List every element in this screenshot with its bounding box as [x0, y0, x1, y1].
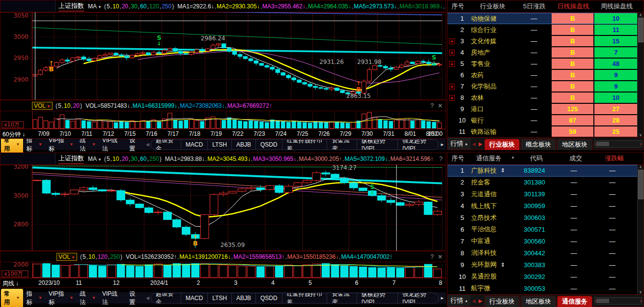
stock-row-立昂技术[interactable]: 5立昂技术300603——: [448, 212, 638, 224]
indicator-强龙起势[VIP][interactable]: 强龙起势[VIP]: [398, 293, 438, 303]
industry-row-综合行业[interactable]: 2综合行业—B11: [448, 24, 638, 35]
scroll-up-icon[interactable]: ∧: [638, 13, 643, 17]
stock-row-中富通[interactable]: 7中富通300560——: [448, 235, 638, 247]
industry-row-文化传媒[interactable]: +3文化传媒—B15: [448, 35, 638, 47]
period-selector[interactable]: 60分钟↓: [2, 130, 25, 139]
column-header[interactable]: 通信服务: [468, 154, 509, 163]
industry-row-动物保健[interactable]: 1动物保健—B10: [448, 13, 638, 24]
industry-row-化学制品[interactable]: +7化学制品—B9: [448, 81, 638, 92]
indicator-超级资金[interactable]: 超级资金: [151, 293, 181, 303]
stock-row-航宇微[interactable]: 11航宇微300053——: [448, 282, 638, 294]
vertical-scrollbar[interactable]: ∧ ∨: [637, 165, 644, 294]
horizontal-scrollbar[interactable]: ‹›: [594, 297, 642, 305]
ma-dropdown[interactable]: MA▼: [88, 3, 102, 10]
column-header[interactable]: 行业板块: [468, 2, 517, 11]
help-icon[interactable]: ?: [430, 253, 434, 260]
indicator-LTSH[interactable]: LTSH: [208, 140, 232, 150]
quote-menu-button[interactable]: 行情▴: [448, 138, 471, 150]
menu-VIP战法[interactable]: VIP战法: [99, 289, 125, 307]
tab-行业板块[interactable]: 行业板块: [484, 139, 520, 150]
indicator-MACD[interactable]: MACD: [181, 140, 208, 150]
toolbar-scroll-left-icon[interactable]: ◃: [145, 141, 151, 148]
industry-row-农林[interactable]: +8农林—B10: [448, 92, 638, 103]
column-header[interactable]: 日线操盘线: [552, 2, 595, 11]
scroll-down-icon[interactable]: ∨: [638, 290, 643, 294]
indicator-ABJB[interactable]: ABJB: [232, 140, 256, 150]
ma-dropdown[interactable]: MA▼: [88, 155, 102, 162]
industry-row-港口[interactable]: 9港口—12527: [448, 103, 638, 115]
column-header[interactable]: 涨跌幅: [595, 154, 634, 163]
stock-row-吴通控股[interactable]: 10吴通控股300292——: [448, 271, 638, 282]
stock-row-元道通信[interactable]: 3元道通信301139——: [448, 188, 638, 200]
indicator-纵横趋势[VIP][interactable]: 纵横趋势[VIP]: [357, 140, 398, 150]
vertical-scrollbar[interactable]: ∧ ∨: [637, 13, 644, 137]
help-icon[interactable]: ?: [439, 155, 443, 162]
settings-button[interactable]: 设置: [125, 290, 144, 307]
menu-指标[interactable]: 指标▼: [24, 289, 46, 307]
tab-行业板块[interactable]: 行业板块: [484, 296, 520, 307]
indicator-QSDD[interactable]: QSDD: [256, 293, 282, 303]
plus-icon[interactable]: +: [449, 84, 455, 90]
indicator-ABJB[interactable]: ABJB: [232, 293, 256, 303]
indicator-QSDD[interactable]: QSDD: [256, 140, 282, 150]
tab-scroll-right-icon[interactable]: ▶: [477, 141, 484, 147]
symbol-label[interactable]: 上证指数: [58, 1, 84, 11]
vol-dropdown[interactable]: VOL▼: [56, 253, 77, 261]
column-header[interactable]: 序号: [448, 154, 468, 163]
stock-row-润泽科技[interactable]: 8润泽科技300442——: [448, 247, 638, 259]
tab-地区板块[interactable]: 地区板块: [557, 139, 592, 150]
tab-scroll-left-icon[interactable]: ◀: [471, 298, 477, 304]
toolbar-scroll-right-icon[interactable]: ▸: [439, 141, 445, 148]
stock-row-光环新网[interactable]: 9光环新网⇕300383——: [448, 259, 638, 271]
scroll-down-icon[interactable]: ∨: [638, 133, 643, 137]
scrollbar-thumb[interactable]: [638, 18, 644, 42]
stock-row-广脉科技[interactable]: 1广脉科技⇕838924——: [448, 165, 638, 177]
column-header[interactable]: 代码: [516, 154, 557, 163]
stock-row-平治信息[interactable]: 6平治信息300571——: [448, 224, 638, 236]
column-header[interactable]: *: [509, 155, 516, 162]
indicator-资金流变[interactable]: 资金流变: [327, 293, 357, 303]
plus-icon[interactable]: +: [449, 38, 455, 44]
toolbar-scroll-left-icon[interactable]: ◃: [145, 295, 151, 301]
industry-row-房地产[interactable]: +4房地产—B7: [448, 47, 638, 58]
indicator-纵横趋势[VIP][interactable]: 纵横趋势[VIP]: [357, 293, 398, 303]
plus-icon[interactable]: +: [449, 61, 455, 67]
column-header[interactable]: 5日涨跌: [517, 2, 552, 11]
stock-row-线上线下[interactable]: 4线上线下300959——: [448, 200, 638, 212]
period-selector[interactable]: 周线↓: [2, 279, 19, 288]
toolbar-scroll-right-icon[interactable]: ▸: [439, 295, 445, 301]
industry-row-铁路运输[interactable]: 11铁路运输—5925: [448, 126, 638, 137]
vol-dropdown[interactable]: VOL▼: [32, 102, 53, 110]
stock-row-挖金客[interactable]: 2挖金客301380——: [448, 177, 638, 188]
symbol-label[interactable]: 上证指数: [58, 154, 84, 164]
close-icon[interactable]: ✕: [438, 253, 443, 260]
tab-通信服务[interactable]: 通信服务: [557, 296, 592, 307]
menu-VIP指标[interactable]: VIP指标▼: [46, 289, 77, 307]
indicator-红蓝持股持币差[interactable]: 红蓝持股持币差: [282, 140, 328, 150]
column-header[interactable]: 成交: [557, 154, 595, 163]
indicator-MACD[interactable]: MACD: [181, 293, 208, 303]
indicator-资金流变[interactable]: 资金流变: [327, 140, 357, 150]
tab-scroll-left-icon[interactable]: ◀: [471, 141, 477, 147]
tab-地区板块[interactable]: 地区板块: [521, 296, 556, 307]
quote-menu-button[interactable]: 行情▴: [448, 295, 471, 307]
tab-scroll-right-icon[interactable]: ▶: [477, 298, 484, 304]
tab-概念板块[interactable]: 概念板块: [521, 139, 556, 150]
indicator-强龙起势[VIP][interactable]: 强龙起势[VIP]: [398, 140, 438, 150]
plus-icon[interactable]: +: [449, 50, 455, 56]
menu-常用[interactable]: 常用▼: [1, 289, 23, 307]
industry-row-农药[interactable]: 6农药—B9: [448, 69, 638, 81]
horizontal-scrollbar[interactable]: ‹›: [594, 140, 642, 148]
column-header[interactable]: 周线操盘线: [595, 2, 639, 11]
column-header[interactable]: 序号: [448, 2, 468, 11]
help-icon[interactable]: ?: [430, 102, 434, 109]
scrollbar-thumb[interactable]: [638, 170, 644, 199]
plus-icon[interactable]: +: [449, 95, 455, 101]
indicator-红蓝持股持币差[interactable]: 红蓝持股持币差: [282, 293, 328, 303]
indicator-超级资金[interactable]: 超级资金: [151, 140, 181, 150]
indicator-LTSH[interactable]: LTSH: [208, 293, 232, 303]
menu-战法[interactable]: 战法▼: [77, 289, 99, 307]
scroll-up-icon[interactable]: ∧: [638, 165, 643, 169]
close-icon[interactable]: ✕: [438, 102, 443, 109]
industry-row-银行[interactable]: 10银行—8728: [448, 115, 638, 126]
